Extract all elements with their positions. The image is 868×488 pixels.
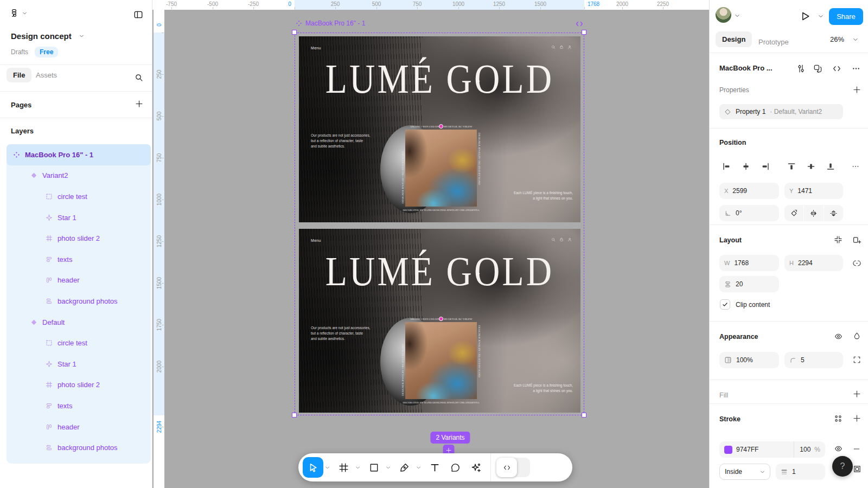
layer-row[interactable]: background photos [7,291,151,312]
tab-design[interactable]: Design [716,31,752,47]
zoom-level[interactable]: 26% [830,35,844,43]
visibility-icon[interactable] [834,332,843,341]
variant-property-pill[interactable]: Property 1 · Default, Variant2 [719,104,843,119]
frame-name[interactable]: MacBook Pro 16" - 1 [305,20,365,27]
align-v-center-button[interactable] [802,158,820,175]
layer-row[interactable]: MacBook Pro 16" - 1 [7,144,151,165]
share-button[interactable]: Share [829,8,863,25]
text-tool-button[interactable] [424,457,445,478]
dev-mode-knob[interactable] [496,458,517,477]
layer-row[interactable]: circle test [7,186,151,207]
stroke-visibility-icon[interactable] [834,445,843,453]
align-h-center-button[interactable] [737,158,755,175]
height-field[interactable]: H2294 [784,255,843,271]
rotation-field[interactable]: 0° [719,205,779,221]
plan-badge[interactable]: Free [35,47,58,57]
help-button[interactable]: ? [832,456,853,477]
pages-header[interactable]: Pages [11,101,31,109]
align-bottom-button[interactable] [821,158,840,175]
tool-chevron[interactable] [354,460,361,474]
layers-header[interactable]: Layers [11,127,34,135]
selection-handle-nw[interactable] [292,30,297,35]
constrain-proportions-icon[interactable] [853,259,861,268]
clip-content-row[interactable]: Clip content [720,299,770,310]
layer-row[interactable]: texts [7,249,151,270]
layer-row[interactable]: Star 1 [7,207,151,228]
clip-content-checkbox[interactable] [720,299,730,310]
y-position-field[interactable]: Y1471 [784,183,843,199]
x-position-field[interactable]: X2599 [719,183,779,199]
main-menu-button[interactable] [10,9,27,17]
pen-tool-button[interactable] [394,457,414,478]
resize-to-fit-icon[interactable] [834,235,843,244]
avatar[interactable] [716,7,731,23]
flip-vertical-button[interactable] [824,205,843,221]
frame-tool-button[interactable] [333,457,354,478]
comment-tool-button[interactable] [445,457,465,478]
file-title[interactable]: Design concept [11,31,84,41]
variant-screen-1[interactable]: Menu LUMÉ GOLD ✦ Our products are not ju… [299,36,580,222]
code-icon[interactable] [832,65,841,73]
individual-strokes-icon[interactable] [853,465,861,473]
layer-row[interactable]: photo slider 2 [7,375,151,396]
zoom-chevron-icon[interactable] [853,37,858,42]
account-chevron-icon[interactable] [735,13,740,18]
opacity-field[interactable]: 100% [719,352,779,368]
blend-mode-icon[interactable] [853,331,861,341]
align-top-button[interactable] [782,158,801,175]
align-right-button[interactable] [756,158,775,175]
variants-count-badge[interactable]: 2 Variants [430,432,470,444]
gap-field[interactable]: 20 [719,276,779,292]
stroke-color-hex[interactable]: 9747FF [736,446,758,453]
component-actions-icon[interactable] [813,64,822,73]
layer-row[interactable]: header [7,270,151,291]
layer-row[interactable]: circle test [7,332,151,354]
tab-file[interactable]: File [7,70,31,80]
stroke-opacity-value[interactable]: 100 [794,441,810,458]
tab-prototype[interactable]: Prototype [756,35,791,49]
add-auto-layout-icon[interactable] [852,235,861,245]
present-chevron-icon[interactable] [818,14,824,19]
stroke-color-swatch[interactable] [724,446,732,454]
selection-handle-sw[interactable] [292,413,297,418]
stroke-weight-field[interactable]: 1 [776,464,825,480]
styles-icon[interactable] [834,414,843,423]
stroke-color-field[interactable]: 9747FF 100 % [719,441,825,458]
frame-code-icon[interactable] [575,20,584,28]
actions-tool-button[interactable] [465,457,486,478]
tab-assets[interactable]: Assets [34,70,59,80]
stroke-position-select[interactable]: Inside [719,464,770,480]
present-button[interactable] [800,11,810,22]
variant-screen-2[interactable]: Menu LUMÉ GOLD ✦ Our products are not ju… [299,229,580,413]
add-property-button[interactable] [853,86,861,94]
layer-row[interactable]: background photos [7,437,151,458]
tool-chevron[interactable] [323,460,331,474]
search-icon[interactable] [135,73,143,82]
layer-row[interactable]: Default [7,312,151,333]
add-page-button[interactable] [135,100,143,108]
move-tool-button[interactable] [303,457,323,478]
independent-corners-icon[interactable] [853,356,861,364]
layer-row[interactable]: header [7,416,151,438]
layer-row[interactable]: texts [7,395,151,416]
corner-radius-field[interactable]: 5 [784,352,843,368]
layer-row[interactable]: photo slider 2 [7,228,151,249]
width-field[interactable]: W1768 [719,255,779,271]
tool-chevron[interactable] [414,460,422,474]
rotate-button[interactable] [784,205,803,221]
layer-row[interactable]: Star 1 [7,354,151,375]
canvas[interactable]: MacBook Pro 16" - 1 Menu LUMÉ GOLD ✦ Our… [152,0,709,488]
add-fill-button[interactable] [853,390,861,398]
shape-tool-button[interactable] [363,457,384,478]
selected-component-set-frame[interactable]: Menu LUMÉ GOLD ✦ Our products are not ju… [295,33,584,415]
layer-row[interactable]: Variant2 [7,165,151,187]
frame-label[interactable]: MacBook Pro 16" - 1 [296,20,365,27]
collapse-panel-button[interactable] [133,10,143,20]
flip-horizontal-button[interactable] [803,205,823,221]
add-stroke-button[interactable] [853,414,861,422]
tool-chevron[interactable] [384,460,392,474]
selection-handle-ne[interactable] [582,30,586,35]
more-icon[interactable] [851,65,861,73]
more-position-icon[interactable] [851,163,860,170]
adjust-icon[interactable] [796,64,806,73]
